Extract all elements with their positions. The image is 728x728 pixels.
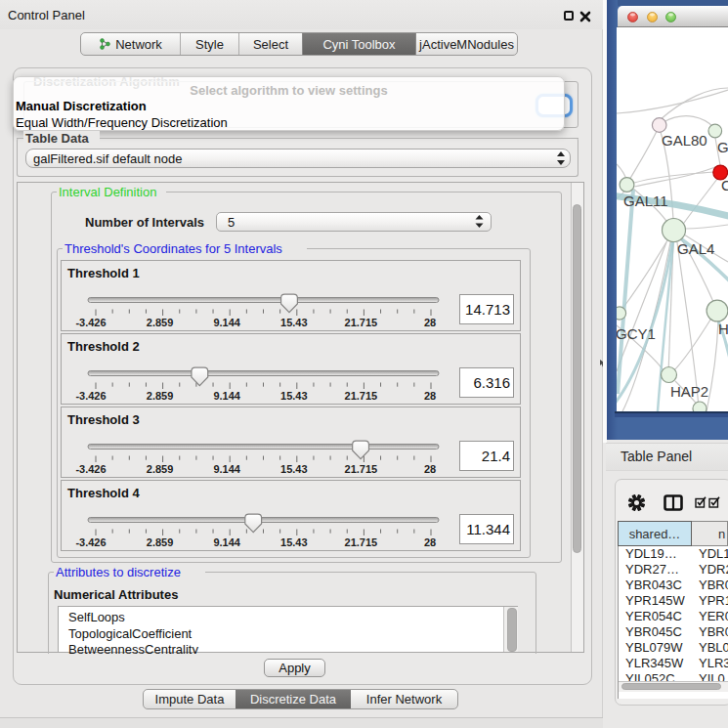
svg-text:GAL80: GAL80 (662, 132, 707, 149)
svg-text:28: 28 (424, 390, 436, 402)
svg-text:21.715: 21.715 (345, 536, 378, 548)
svg-text:9.144: 9.144 (213, 536, 240, 548)
svg-text:21.715: 21.715 (345, 317, 378, 328)
svg-text:HAP2: HAP2 (670, 383, 708, 400)
svg-text:21.715: 21.715 (345, 463, 378, 475)
svg-text:21.715: 21.715 (345, 390, 378, 402)
svg-text:15.43: 15.43 (280, 536, 308, 548)
svg-text:-3.426: -3.426 (75, 317, 106, 328)
svg-text:GAL11: GAL11 (623, 193, 668, 209)
svg-text:GCY1: GCY1 (617, 325, 656, 342)
svg-text:15.43: 15.43 (280, 317, 308, 328)
svg-text:-3.426: -3.426 (75, 390, 106, 402)
svg-text:2.859: 2.859 (147, 463, 174, 475)
svg-text:28: 28 (424, 463, 436, 475)
svg-text:GA: GA (717, 139, 728, 155)
svg-text:-3.426: -3.426 (75, 536, 106, 548)
svg-text:28: 28 (424, 536, 436, 548)
svg-text:9.144: 9.144 (213, 463, 240, 475)
svg-text:9.144: 9.144 (213, 317, 240, 328)
svg-text:9.144: 9.144 (213, 390, 240, 402)
svg-text:2.859: 2.859 (147, 536, 174, 548)
svg-text:-3.426: -3.426 (75, 463, 106, 475)
svg-text:15.43: 15.43 (280, 390, 308, 402)
svg-text:28: 28 (424, 317, 436, 328)
svg-text:2.859: 2.859 (147, 390, 174, 402)
svg-text:H: H (718, 321, 728, 337)
svg-text:15.43: 15.43 (280, 463, 308, 475)
svg-text:C: C (721, 177, 728, 193)
svg-text:GAL4: GAL4 (677, 240, 714, 257)
svg-text:2.859: 2.859 (147, 317, 174, 328)
